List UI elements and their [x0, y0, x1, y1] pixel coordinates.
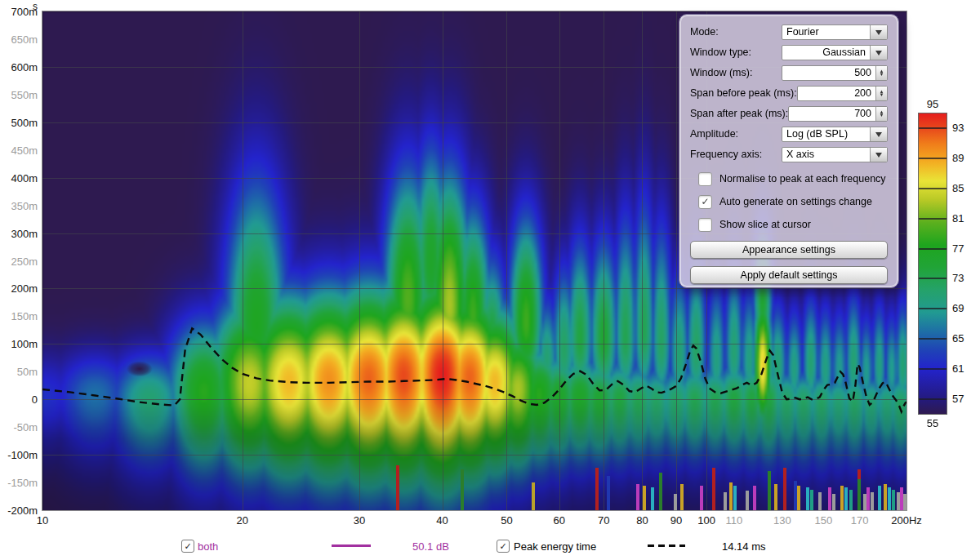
- apply-default-settings-button[interactable]: Apply default settings: [690, 266, 888, 284]
- colorbar-tick: [919, 218, 947, 220]
- y-tick-label: 100m: [0, 338, 38, 350]
- colorbar-min-label: 55: [918, 417, 947, 429]
- x-tick-label: 30: [354, 514, 365, 527]
- colorbar-tick-label: 89: [952, 152, 964, 164]
- colorbar-tick-label: 73: [952, 272, 964, 284]
- colorbar-tick: [919, 278, 947, 279]
- window-ms-stepper[interactable]: 500 ▲▼: [782, 65, 888, 81]
- peak-energy-time-label: Peak energy time: [514, 540, 596, 553]
- y-tick-label: 550m: [0, 88, 38, 100]
- y-tick-label: -150m: [0, 477, 38, 489]
- level-value: 50.1 dB: [412, 540, 449, 553]
- y-tick-label: 300m: [0, 227, 38, 239]
- x-tick-label: 170: [851, 514, 869, 527]
- span-before-peak-label: Span before peak (ms):: [690, 87, 797, 99]
- colorbar-tick: [919, 188, 947, 189]
- spectrogram-settings-panel: Mode: Fourier Window type: Gaussian Wind…: [679, 14, 899, 288]
- y-tick-label: 50m: [0, 366, 38, 378]
- colorbar-tick-label: 57: [952, 392, 964, 404]
- chevron-down-icon[interactable]: [870, 25, 887, 39]
- colorbar-tick: [919, 308, 947, 309]
- spectrogram-view: s 700m650m600m550m500m450m400m350m300m25…: [0, 0, 980, 560]
- y-tick-label: 650m: [0, 33, 38, 45]
- y-tick-label: 450m: [0, 144, 38, 156]
- x-tick-label: 80: [636, 514, 648, 527]
- colorbar-tick-label: 77: [952, 242, 964, 254]
- spinner-arrows-icon[interactable]: ▲▼: [875, 107, 887, 121]
- colorbar-tick: [919, 338, 947, 340]
- colorbar: [918, 113, 947, 415]
- chevron-down-icon[interactable]: [870, 127, 887, 141]
- frequency-axis-dropdown[interactable]: X axis: [782, 147, 888, 162]
- x-tick-label: 110: [725, 514, 742, 527]
- colorbar-tick-label: 69: [952, 302, 964, 314]
- normalise-checkbox[interactable]: [698, 172, 712, 186]
- window-type-dropdown[interactable]: Gaussian: [782, 45, 888, 60]
- colorbar-tick-label: 81: [952, 211, 964, 224]
- y-tick-label: -100m: [0, 449, 38, 461]
- x-tick-label: 100: [697, 514, 715, 527]
- chevron-down-icon[interactable]: [870, 148, 887, 162]
- mode-label: Mode:: [690, 26, 719, 38]
- colorbar-tick: [919, 368, 947, 370]
- window-ms-label: Window (ms):: [690, 67, 752, 78]
- legend-bar: ✓ both 50.1 dB ✓ Peak energy time 14.14 …: [0, 531, 980, 560]
- y-tick-label: -200m: [0, 504, 38, 517]
- both-label: both: [198, 540, 218, 553]
- span-before-peak-stepper[interactable]: 200 ▲▼: [797, 86, 888, 101]
- y-tick-label: 200m: [0, 282, 38, 295]
- colorbar-tick: [919, 248, 947, 250]
- x-tick-label: 90: [670, 514, 682, 527]
- y-tick-label: 400m: [0, 171, 38, 184]
- y-tick-label: 0: [0, 393, 38, 406]
- chevron-down-icon[interactable]: [870, 46, 887, 60]
- colorbar-max-label: 95: [918, 98, 947, 110]
- mode-dropdown[interactable]: Fourier: [782, 24, 888, 40]
- colorbar-tick-label: 65: [952, 332, 964, 344]
- x-tick-label: 150: [815, 514, 833, 527]
- x-tick-label: 50: [501, 514, 512, 527]
- colorbar-tick: [919, 158, 947, 159]
- window-type-label: Window type:: [690, 47, 751, 58]
- colorbar-tick: [919, 127, 947, 129]
- peak-energy-time-checkbox[interactable]: ✓: [497, 540, 510, 553]
- x-tick-label: 200Hz: [891, 514, 922, 527]
- y-tick-label: 600m: [0, 60, 38, 73]
- colorbar-tick-label: 85: [952, 182, 964, 194]
- x-tick-label: 10: [37, 514, 48, 527]
- show-slice-checkbox[interactable]: [698, 218, 712, 232]
- y-tick-label: 350m: [0, 199, 38, 211]
- spinner-arrows-icon[interactable]: ▲▼: [875, 87, 887, 100]
- frequency-axis-label: Frequency axis:: [690, 149, 762, 160]
- spinner-arrows-icon[interactable]: ▲▼: [875, 66, 887, 80]
- y-tick-label: 500m: [0, 116, 38, 128]
- amplitude-dropdown[interactable]: Log (dB SPL): [782, 127, 888, 142]
- x-tick-label: 40: [436, 514, 448, 527]
- colorbar-tick-label: 61: [952, 362, 964, 374]
- x-tick-label: 20: [237, 514, 248, 527]
- y-tick-label: 700m: [0, 6, 38, 18]
- span-after-peak-label: Span after peak (ms):: [690, 108, 788, 119]
- peak-dash-swatch: [648, 544, 685, 547]
- auto-generate-checkbox[interactable]: ✓: [698, 195, 712, 209]
- both-checkbox[interactable]: ✓: [181, 540, 194, 553]
- x-tick-label: 70: [598, 514, 609, 527]
- x-tick-label: 130: [773, 514, 791, 527]
- y-tick-label: 150m: [0, 310, 38, 322]
- y-tick-label: 250m: [0, 255, 38, 267]
- colorbar-tick-label: 93: [952, 122, 964, 134]
- colorbar-tick: [919, 398, 947, 400]
- peak-time-value: 14.14 ms: [722, 540, 765, 553]
- x-tick-label: 60: [554, 514, 565, 527]
- amplitude-label: Amplitude:: [690, 128, 738, 140]
- level-line-swatch: [332, 544, 371, 547]
- appearance-settings-button[interactable]: Appearance settings: [690, 241, 888, 259]
- span-after-peak-stepper[interactable]: 700 ▲▼: [788, 106, 888, 122]
- y-tick-label: -50m: [0, 421, 38, 433]
